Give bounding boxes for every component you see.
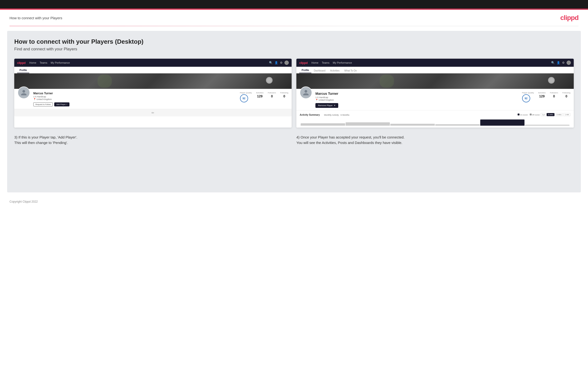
person-icon-right[interactable]: 👤 (557, 61, 560, 64)
mock-tabs-right: Profile Dashboard Activities What To On … (296, 67, 574, 73)
mock-logo-right: clippd (299, 61, 308, 65)
nav-home-left[interactable]: Home (29, 61, 36, 64)
page-header: How to connect with your Players clippd (0, 10, 588, 26)
caption-right: 4) Once your Player has accepted your re… (296, 135, 574, 145)
time-6mths[interactable]: 6 mths (547, 113, 554, 116)
stat-followers-left: Followers 0 (268, 92, 276, 98)
mock-browser-left: clippd Home Teams My Performance 🔍 👤 ⚙ (14, 59, 292, 117)
copyright-text: Copyright Clippd 2022 (9, 200, 38, 203)
player-name-left: Marcus Turner (33, 92, 237, 95)
activities-label-right: Activities (538, 92, 546, 94)
mock-profile-left: Marcus Turner 1-5 Handicap 📍 United King… (14, 89, 292, 109)
time-1mth[interactable]: 1 mth (563, 113, 571, 116)
activity-legend: On course Off course (518, 114, 539, 116)
quality-circle-right: 92 (522, 94, 530, 102)
captions-row: 3) If this is your Player tap, 'Add Play… (14, 135, 574, 145)
mock-profile-right: Marcus Turner 1-5 Handicap 📍 United King… (296, 89, 574, 110)
player-name-right: Marcus Turner (315, 92, 519, 95)
settings-icon-left[interactable]: ⚙ (280, 61, 283, 64)
player-handicap-left: 1-5 Handicap (33, 95, 237, 98)
edit-icon-left: ✏ (152, 111, 154, 115)
tab-whattoon-right[interactable]: What To On (342, 68, 359, 73)
activities-value-right: 129 (538, 94, 546, 98)
mock-hero-right (296, 73, 574, 89)
person-icon-left[interactable]: 👤 (275, 61, 278, 64)
mock-browser-right: clippd Home Teams My Performance 🔍 👤 ⚙ (296, 59, 574, 128)
activities-label-left: Activities (256, 92, 264, 94)
nav-teams-left[interactable]: Teams (40, 61, 47, 64)
nav-myperformance-right[interactable]: My Performance (333, 61, 352, 64)
tab-activities-right[interactable]: Activities (328, 68, 342, 73)
activity-chart (300, 118, 571, 126)
close-icon-remove: ✕ (334, 104, 336, 107)
screenshot-left: clippd Home Teams My Performance 🔍 👤 ⚙ (14, 59, 292, 128)
time-3mths[interactable]: 3 mths (555, 113, 563, 116)
mock-logo-left: clippd (17, 61, 26, 65)
quality-label-right: Player Quality (522, 92, 534, 94)
stat-quality-right: Player Quality 92 (522, 92, 534, 102)
follow-button-left[interactable]: Request to Follow (33, 102, 53, 106)
followers-value-right: 0 (550, 94, 558, 98)
search-icon-left[interactable]: 🔍 (269, 61, 273, 64)
nav-home-right[interactable]: Home (311, 61, 318, 64)
mock-stats-right: Player Quality 92 Activities 129 Followe… (522, 91, 571, 102)
activity-title: Activity Summary (300, 114, 320, 116)
search-icon-right[interactable]: 🔍 (551, 61, 555, 64)
settings-icon-right[interactable]: ⚙ (562, 61, 565, 64)
player-location-left: 📍 United Kingdom (33, 98, 237, 100)
page-footer: Copyright Clippd 2022 (0, 197, 588, 206)
mock-nav-items-left: Home Teams My Performance (29, 61, 70, 64)
mock-profile-info-right: Marcus Turner 1-5 Handicap 📍 United King… (315, 91, 519, 108)
caption-right-text: 4) Once your Player has accepted your re… (296, 135, 405, 145)
activity-subtitle: Monthly Activity · 6 Months (324, 114, 349, 116)
stat-following-left: Following 0 (280, 92, 288, 98)
add-player-button-left[interactable]: Add Player + (54, 102, 69, 106)
tab-dashboard-right[interactable]: Dashboard (311, 68, 328, 73)
chart-bar-1 (301, 123, 345, 126)
following-label-left: Following (280, 92, 288, 94)
mock-activity-section: Activity Summary Monthly Activity · 6 Mo… (296, 110, 574, 128)
legend-offcourse: Off course (530, 114, 540, 116)
stat-quality-left: Player Quality 92 (240, 92, 252, 102)
avatar-icon-left (20, 89, 27, 96)
clippd-logo: clippd (560, 14, 579, 22)
mock-nav-items-right: Home Teams My Performance (311, 61, 352, 64)
following-value-right: 0 (562, 94, 571, 98)
nav-teams-right[interactable]: Teams (322, 61, 329, 64)
activities-value-left: 129 (256, 94, 264, 98)
time-1yr[interactable]: 1 yr (541, 113, 546, 116)
player-location-right: 📍 United Kingdom (315, 99, 519, 101)
tab-profile-left[interactable]: Profile (17, 67, 29, 73)
quality-label-left: Player Quality (240, 92, 252, 94)
mock-nav-left: clippd Home Teams My Performance 🔍 👤 ⚙ (14, 59, 292, 67)
caption-left-text: 3) If this is your Player tap, 'Add Play… (14, 135, 77, 145)
mock-tabs-left: Profile (14, 67, 292, 73)
followers-label-left: Followers (268, 92, 276, 94)
chart-bar-5 (480, 119, 525, 126)
chart-bar-3 (390, 124, 435, 126)
chart-bar-6 (525, 125, 570, 126)
stat-activities-right: Activities 129 (538, 92, 546, 98)
quality-circle-left: 92 (240, 94, 248, 102)
nav-avatar-right[interactable] (567, 61, 571, 65)
followers-value-left: 0 (268, 94, 276, 98)
following-value-left: 0 (280, 94, 288, 98)
remove-player-button[interactable]: Remove Player ✕ (315, 103, 338, 108)
time-buttons: 1 yr 6 mths 3 mths 1 mth (541, 113, 571, 116)
nav-avatar-left[interactable] (285, 61, 289, 65)
main-heading: How to connect with your Players (Deskto… (14, 38, 574, 45)
mock-hero-left (14, 73, 292, 89)
chart-bar-4 (435, 124, 480, 126)
tab-profile-right[interactable]: Profile (299, 67, 311, 73)
activity-title-group: Activity Summary Monthly Activity · 6 Mo… (300, 112, 349, 117)
mock-buttons-left: Request to Follow Add Player + (33, 102, 237, 106)
stat-following-right: Following 0 (562, 92, 571, 98)
mock-nav-right: clippd Home Teams My Performance 🔍 👤 ⚙ (296, 59, 574, 67)
mock-nav-right-right: 🔍 👤 ⚙ (551, 61, 571, 65)
followers-label-right: Followers (550, 92, 558, 94)
chart-bar-2 (346, 122, 390, 126)
mock-nav-right-left: 🔍 👤 ⚙ (269, 61, 289, 65)
nav-myperformance-left[interactable]: My Performance (51, 61, 70, 64)
activity-controls: On course Off course 1 yr 6 mths 3 mths … (518, 113, 571, 116)
main-subheading: Find and connect with your Players (14, 47, 574, 51)
